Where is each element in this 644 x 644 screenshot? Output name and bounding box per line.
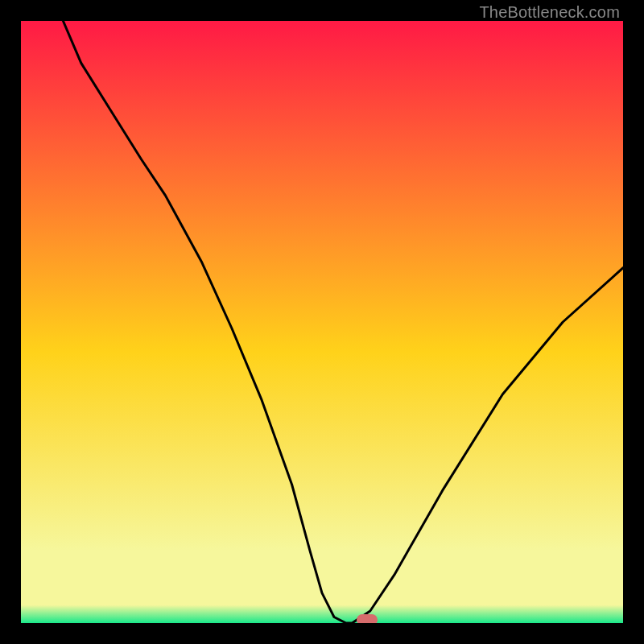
chart-frame: TheBottleneck.com: [0, 0, 644, 644]
attribution-text: TheBottleneck.com: [479, 3, 620, 22]
chart-svg: [21, 21, 623, 623]
optimal-marker: [357, 614, 378, 623]
plot-area: [21, 21, 623, 623]
